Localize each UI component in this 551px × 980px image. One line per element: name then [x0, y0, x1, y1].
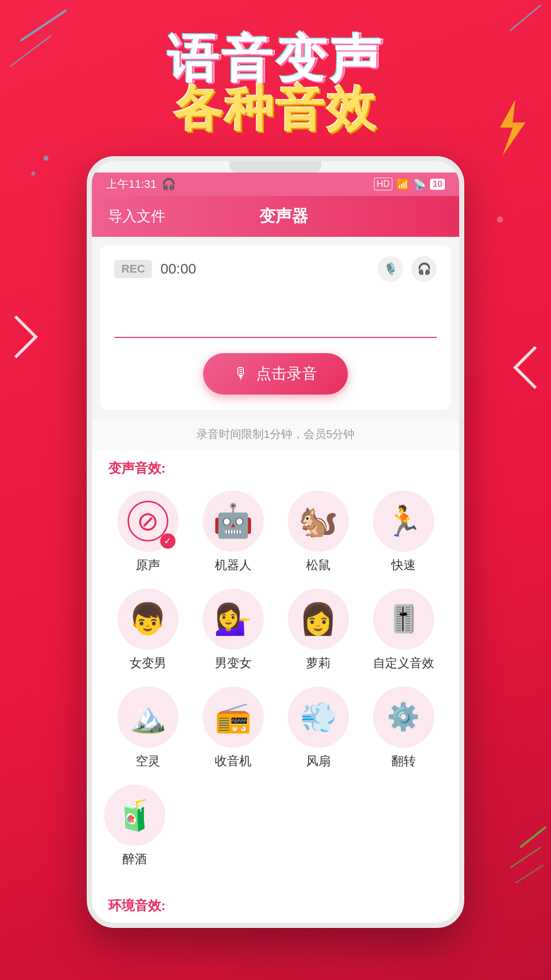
effect-item-fast[interactable]: 🏃 快速: [362, 485, 445, 578]
effect-circle-male2female: 💁‍♀️: [203, 589, 264, 650]
effect-label-radio: 收音机: [215, 753, 252, 769]
rec-bar: REC 00:00 🎙️ 🎧: [114, 256, 437, 282]
status-right: HD 📶 📡 10: [374, 178, 445, 190]
rec-icons: 🎙️ 🎧: [378, 256, 437, 282]
effect-label-molly: 萝莉: [306, 655, 331, 671]
effect-item-male2female[interactable]: 💁‍♀️ 男变女: [191, 583, 274, 676]
mic-icon: 🎙: [234, 365, 249, 382]
env-effects-label: 环境音效:: [92, 888, 459, 923]
status-time: 上午11:31: [106, 177, 157, 192]
effect-circle-radio: 📻: [203, 687, 264, 748]
effect-item-squirrel[interactable]: 🐿️ 松鼠: [277, 485, 360, 578]
effect-item-reverse[interactable]: ⚙️ 翻转: [362, 681, 445, 774]
hero-title-2: 各种音效: [0, 82, 551, 136]
hd-badge: HD: [374, 178, 392, 190]
effects-label: 变声音效:: [104, 450, 447, 485]
hero-section: 语音变声 各种音效: [0, 0, 551, 136]
phone-mockup: 上午11:31 🎧 HD 📶 📡 10 导入文件 变声器 REC 00:00 🎙…: [0, 156, 551, 928]
effect-label-fast: 快速: [391, 557, 416, 573]
drunk-row: 🧃 醉酒: [104, 774, 447, 877]
effect-circle-robot: 🤖: [203, 491, 264, 552]
effect-circle-custom: 🎚️: [373, 589, 434, 650]
effect-item-molly[interactable]: 👩 萝莉: [277, 583, 360, 676]
effect-label-original: 原声: [136, 557, 160, 573]
effect-item-robot[interactable]: 🤖 机器人: [191, 485, 274, 578]
app-title: 变声器: [259, 205, 308, 228]
effect-circle-reverse: ⚙️: [373, 687, 434, 748]
effect-item-ethereal[interactable]: 🏔️ 空灵: [106, 681, 189, 774]
effect-item-radio[interactable]: 📻 收音机: [191, 681, 274, 774]
effect-circle-original: ⊘: [117, 491, 179, 552]
hero-title-1: 语音变声: [0, 31, 551, 87]
record-btn-wrapper: 🎙 点击录音: [114, 353, 437, 395]
effect-circle-squirrel: 🐿️: [288, 491, 349, 552]
rec-badge: REC: [114, 260, 152, 278]
wifi-icon: 📡: [413, 178, 426, 190]
effects-grid: ⊘ 原声 🤖 机器人 🐿️ 松鼠 🏃 快速 👦 女变男 💁‍: [104, 485, 447, 774]
effects-section: 变声音效: ⊘ 原声 🤖 机器人 🐿️ 松鼠 🏃 快速: [92, 450, 459, 888]
effect-label-fan: 风扇: [306, 753, 331, 769]
effect-item-original[interactable]: ⊘ 原声: [106, 485, 189, 578]
effect-circle-molly: 👩: [288, 589, 349, 650]
effect-label-male2female: 男变女: [215, 655, 252, 671]
svg-marker-9: [500, 100, 525, 156]
effect-item-female2male[interactable]: 👦 女变男: [106, 583, 189, 676]
recording-section: REC 00:00 🎙️ 🎧 🎙 点击录音: [100, 245, 451, 410]
effect-label-robot: 机器人: [215, 557, 252, 573]
effect-circle-fan: 💨: [288, 687, 349, 748]
effect-label-female2male: 女变男: [130, 655, 166, 671]
record-btn-label: 点击录音: [256, 363, 317, 384]
effect-label-reverse: 翻转: [391, 753, 416, 769]
effect-item-fan[interactable]: 💨 风扇: [277, 681, 360, 774]
effect-circle-fast: 🏃: [373, 491, 434, 552]
effect-circle-female2male: 👦: [117, 589, 179, 650]
effect-label-custom: 自定义音效: [373, 655, 434, 671]
battery-indicator: 10: [430, 179, 445, 190]
effect-circle-drunk: 🧃: [104, 785, 165, 846]
status-bar: 上午11:31 🎧 HD 📶 📡 10: [92, 173, 459, 196]
rec-time: 00:00: [160, 261, 369, 277]
record-button[interactable]: 🎙 点击录音: [203, 353, 348, 395]
recording-notice: 录音时间限制1分钟，会员5分钟: [92, 418, 459, 450]
effect-item-custom[interactable]: 🎚️ 自定义音效: [362, 583, 445, 676]
phone-frame: 上午11:31 🎧 HD 📶 📡 10 导入文件 变声器 REC 00:00 🎙…: [87, 156, 464, 928]
effect-label-squirrel: 松鼠: [306, 557, 331, 573]
effect-item-drunk[interactable]: 🧃 醉酒: [104, 779, 165, 872]
signal-icon: 📶: [396, 178, 409, 190]
effect-label-drunk: 醉酒: [122, 851, 147, 867]
headphone-icon: 🎧: [411, 256, 437, 282]
effect-circle-ethereal: 🏔️: [117, 687, 179, 748]
waveform-area: [114, 297, 437, 338]
headphone-icon: 🎧: [162, 178, 176, 191]
effect-label-ethereal: 空灵: [136, 753, 160, 769]
mic-icon: 🎙️: [378, 256, 403, 282]
status-left: 上午11:31 🎧: [106, 177, 176, 192]
phone-notch: [230, 161, 321, 173]
app-header: 导入文件 变声器: [92, 196, 459, 237]
import-file-button[interactable]: 导入文件: [108, 207, 165, 226]
